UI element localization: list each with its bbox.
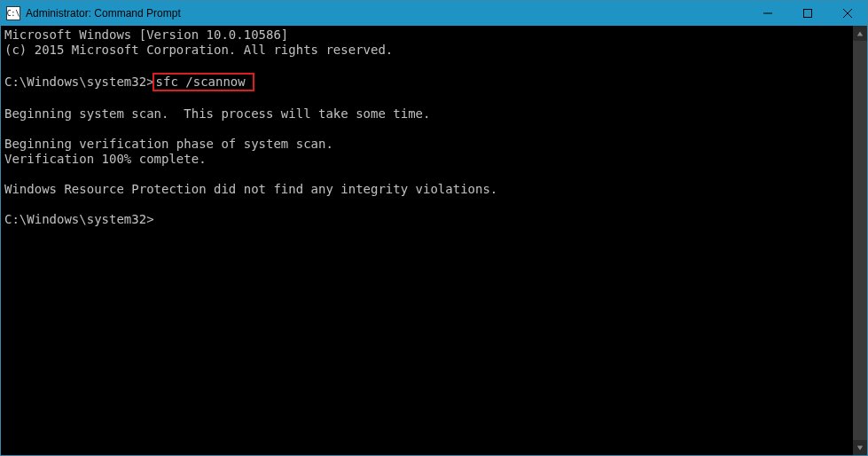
vertical-scrollbar[interactable] <box>853 26 867 455</box>
output-line: Beginning system scan. This process will… <box>4 106 849 122</box>
app-icon: C:\ <box>6 6 20 20</box>
output-line: Windows Resource Protection did not find… <box>4 182 849 197</box>
prompt-text: C:\Windows\system32> <box>4 75 154 89</box>
scroll-thumb[interactable] <box>853 41 867 440</box>
prompt-text: C:\Windows\system32> <box>4 212 154 226</box>
window-controls <box>747 1 867 26</box>
app-icon-text: C:\ <box>7 10 20 18</box>
blank-line <box>4 197 849 212</box>
titlebar[interactable]: C:\ Administrator: Command Prompt <box>1 1 867 26</box>
output-line: (c) 2015 Microsoft Corporation. All righ… <box>4 43 849 58</box>
minimize-button[interactable] <box>747 1 787 26</box>
blank-line <box>4 122 849 137</box>
blank-line <box>4 91 849 106</box>
prompt-line: C:\Windows\system32>sfc /scannow <box>4 73 849 91</box>
prompt-line: C:\Windows\system32> <box>4 212 849 227</box>
command-prompt-window: C:\ Administrator: Command Prompt Micros… <box>0 0 868 456</box>
output-line: Verification 100% complete. <box>4 152 849 167</box>
scroll-up-arrow[interactable] <box>853 26 867 41</box>
blank-line <box>4 167 849 182</box>
blank-line <box>4 58 849 73</box>
scroll-down-arrow[interactable] <box>853 440 867 455</box>
console-content[interactable]: Microsoft Windows [Version 10.0.10586](c… <box>1 26 853 455</box>
console-area: Microsoft Windows [Version 10.0.10586](c… <box>1 26 867 455</box>
highlighted-command: sfc /scannow <box>152 73 254 91</box>
output-line: Beginning verification phase of system s… <box>4 137 849 152</box>
maximize-button[interactable] <box>787 1 827 26</box>
close-button[interactable] <box>827 1 867 26</box>
window-title: Administrator: Command Prompt <box>26 7 747 20</box>
scroll-track[interactable] <box>853 41 867 440</box>
output-line: Microsoft Windows [Version 10.0.10586] <box>4 28 849 43</box>
svg-rect-1 <box>803 10 811 18</box>
